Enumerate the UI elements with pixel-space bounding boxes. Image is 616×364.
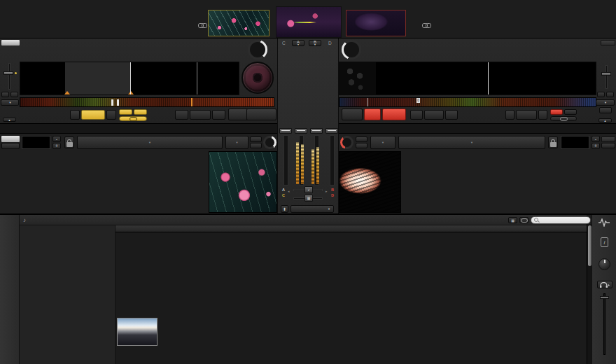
channel-b-fader-handle[interactable] — [310, 128, 323, 134]
sample-c-layout-dropdown[interactable]: ▼ — [225, 136, 248, 149]
sample-c-deck-circle[interactable] — [263, 136, 276, 149]
deck-b-view-mode[interactable] — [599, 107, 612, 113]
deck-b-beat-skip-fwd-button[interactable] — [445, 110, 458, 120]
search-input[interactable] — [531, 216, 591, 224]
chevron-down-icon: ▼ — [148, 141, 151, 144]
deck-a-zoom-out-button[interactable] — [1, 92, 9, 97]
deck-b-loop-active-button[interactable] — [550, 116, 577, 121]
channel-d-fader-track[interactable] — [330, 135, 335, 186]
preview-volume-handle[interactable] — [600, 296, 609, 299]
deck-a-loop-in-button[interactable] — [119, 109, 132, 115]
sample-d-deck-circle[interactable] — [340, 136, 354, 149]
preview-volume-track[interactable] — [603, 293, 606, 355]
deck-b-cue-button[interactable] — [342, 108, 363, 120]
channel-c-fader-handle[interactable] — [279, 128, 292, 134]
deck-b-play-button[interactable] — [364, 108, 381, 120]
info-icon[interactable]: i — [601, 237, 608, 247]
channel-d-fader-handle[interactable] — [326, 128, 338, 134]
browser-scrollbar[interactable] — [587, 224, 592, 364]
deck-b-letter — [342, 40, 361, 59]
deck-b-lock-tone-button[interactable]: ▲ — [598, 118, 612, 122]
headphone-cue-button[interactable] — [597, 281, 612, 288]
deck-b-album-art[interactable] — [339, 62, 375, 95]
deck-b-loop-bigger-button[interactable] — [538, 110, 547, 120]
mixer: C A▼ B▼ D A C ◂ ♪ ▦ ▸ B D ⬍ ▼ — [277, 38, 339, 214]
deck-b-pitch-slider-track[interactable] — [606, 65, 608, 89]
deck-a-beat-skip-back-button[interactable] — [175, 110, 188, 120]
sample-c-start-button[interactable] — [250, 136, 262, 142]
crossfader-video-handle[interactable]: ▦ — [304, 195, 313, 202]
sample-c-bpm-display[interactable] — [22, 136, 50, 149]
deck-a-zoom-in-button[interactable] — [10, 92, 18, 97]
sample-d-bpm-plus[interactable]: + — [592, 143, 600, 149]
browser-view-toggle-button[interactable]: ▦ — [508, 217, 517, 223]
deck-a-waveform[interactable] — [20, 62, 239, 95]
channel-a-vu-meter — [301, 144, 304, 184]
sample-c-bpm-plus[interactable]: + — [52, 143, 61, 149]
deck-a-jog[interactable] — [248, 40, 267, 59]
preview-knob[interactable] — [598, 258, 610, 270]
deck-a-autoloop-display[interactable] — [81, 110, 105, 120]
sample-c-bank-dropdown[interactable]: ▼ — [77, 136, 223, 149]
sample-d-master-button[interactable] — [601, 136, 615, 142]
deck-b-jog[interactable] — [342, 40, 361, 59]
deck-b-zoom-out-button[interactable] — [597, 92, 605, 97]
channel-b-vu-meter — [312, 149, 314, 184]
deck-a-pitch-slider-handle[interactable] — [4, 71, 13, 75]
sample-d-stop-button[interactable] — [356, 143, 368, 148]
loop-out-marker — [128, 91, 134, 94]
deck-a-overview-stripe[interactable] — [20, 97, 274, 107]
sample-d-bank-dropdown[interactable]: ▼ — [398, 136, 545, 149]
deck-b-overview-stripe[interactable]: 0 — [339, 97, 596, 107]
deck-a-zoom-level-dropdown[interactable]: ▼ — [1, 99, 19, 106]
deck-b-loop-out-button[interactable] — [564, 109, 577, 115]
browser-loop-filter-button[interactable] — [519, 217, 528, 223]
video-thumbnail-deck-b[interactable] — [346, 10, 406, 36]
deck-b-pitch-slider-handle[interactable] — [601, 72, 611, 76]
deck-b-loop-smaller-button[interactable] — [505, 110, 514, 120]
deck-a-pitch-slider-track[interactable] — [8, 63, 10, 90]
sample-c-bpm-minus[interactable]: - — [52, 136, 61, 142]
sample-d-layout-dropdown[interactable]: ▼ — [370, 136, 396, 149]
channel-c-fader-track[interactable] — [284, 135, 288, 186]
deck-b-loop-in-button[interactable] — [550, 109, 563, 115]
sample-c-sync-button[interactable] — [1, 143, 20, 149]
sample-c-master-button[interactable] — [1, 136, 20, 142]
sample-d-start-button[interactable] — [356, 136, 368, 142]
video-thumbnail-output[interactable] — [276, 6, 342, 38]
sample-d-lock-button[interactable] — [548, 136, 558, 148]
sample-d-bpm-minus[interactable]: - — [592, 136, 600, 142]
video-blend-mode-dropdown[interactable]: ▼ — [290, 205, 334, 213]
stripe-marker — [111, 99, 113, 106]
sample-d-sync-button[interactable] — [601, 143, 615, 148]
deck-a-loop-smaller-button[interactable] — [70, 110, 80, 120]
deck-b-zoom-in-button[interactable] — [606, 92, 614, 97]
deck-a-album-art[interactable] — [241, 62, 274, 94]
chevron-down-icon: ▼ — [236, 141, 239, 144]
deck-a-loop-out-button[interactable] — [134, 109, 147, 115]
deck-a-lock-tone-button[interactable]: ▲ — [3, 118, 16, 122]
deck-b-beat-skip-back-button[interactable] — [410, 110, 423, 120]
deck-b-waveform[interactable] — [375, 62, 596, 95]
deck-b-sync-button[interactable] — [382, 108, 406, 120]
sample-c-stop-button[interactable] — [250, 143, 262, 148]
deck-b-beat-skip-size[interactable] — [424, 110, 444, 120]
deck-b-zoom-level-dropdown[interactable]: ▼ — [596, 99, 615, 106]
deck-a-beat-skip-fwd-button[interactable] — [212, 110, 225, 120]
analyze-icon[interactable] — [598, 218, 610, 227]
video-thumbnail-deck-a[interactable] — [208, 10, 270, 36]
sample-deck-c: - + ▼ ▼ — [0, 133, 277, 214]
sample-c-slot-grid — [0, 151, 208, 213]
crossfader-audio-handle[interactable]: ♪ — [304, 186, 313, 193]
sample-d-bpm-display[interactable] — [561, 136, 589, 149]
deck-a-beat-skip-size[interactable] — [190, 110, 211, 120]
channel-a-fader-handle[interactable] — [295, 128, 307, 134]
deck-a-loop-active-button[interactable] — [119, 116, 147, 121]
deck-b-autoloop-display[interactable] — [516, 110, 537, 120]
sample-c-lock-button[interactable] — [64, 136, 74, 148]
deck-a-sync-button[interactable] — [246, 108, 276, 120]
cue-marker-line — [197, 62, 197, 94]
browser-sidebar — [0, 215, 20, 364]
blend-settings-icon[interactable]: ⬍ — [281, 205, 288, 213]
deck-a-loop-bigger-button[interactable] — [106, 110, 116, 120]
